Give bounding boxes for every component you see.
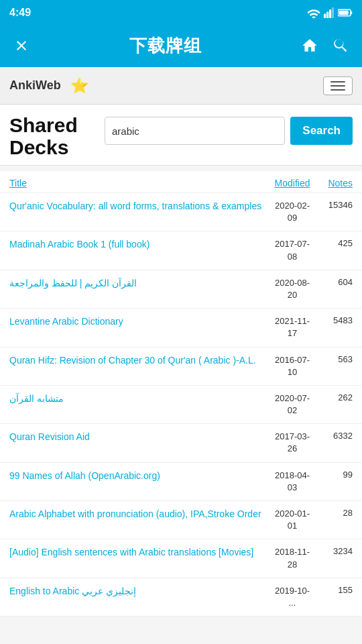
status-bar: 4:49 [0,0,362,24]
row-title-link[interactable]: [Audio] English sentences with Arabic tr… [9,546,268,559]
row-modified: 2016-07- 10 [268,354,316,378]
row-title-link[interactable]: Levantine Arabic Dictionary [9,315,268,329]
row-title-link[interactable]: Madinah Arabic Book 1 (full book) [9,238,268,252]
table-row: Qur'anic Vocabulary: all word forms, tra… [0,193,362,231]
row-title-link[interactable]: 99 Names of Allah (OpenArabic.org) [9,470,268,483]
table-row: English to Arabic إنجليزي عربي2019-10- .… [0,578,362,616]
table-rows: Qur'anic Vocabulary: all word forms, tra… [0,193,362,616]
row-title-link[interactable]: Arabic Alphabet with pronunciation (audi… [9,508,268,521]
app-bar: 下载牌组 [0,24,362,67]
row-title-link[interactable]: Quran Revision Aid [9,431,268,444]
table-row: متشابه القرآن2020-07- 02262 [0,386,362,424]
row-notes: 604 [316,277,353,287]
svg-rect-5 [351,11,352,15]
close-button[interactable] [9,34,34,58]
row-modified: 2020-08- 20 [268,277,316,301]
col-header-notes[interactable]: Notes [316,178,353,189]
app-bar-title: 下载牌组 [40,34,291,58]
row-notes: 99 [316,470,353,480]
search-section: Shared Decks Search [0,105,362,166]
search-input[interactable] [105,117,285,145]
col-header-modified[interactable]: Modified [268,178,316,189]
wifi-icon [307,7,320,18]
row-modified: 2017-07- 08 [268,238,316,262]
table-row: Levantine Arabic Dictionary2021-11- 1754… [0,309,362,347]
col-header-title[interactable]: Title [9,178,268,189]
svg-rect-3 [332,7,334,18]
row-notes: 28 [316,508,353,518]
search-button[interactable] [328,34,353,58]
hamburger-line-3 [330,89,345,91]
ankiweb-logo: AnkiWeb [9,78,61,93]
row-modified: 2020-01- 01 [268,508,316,532]
row-modified: 2018-04- 03 [268,470,316,494]
table-row: [Audio] English sentences with Arabic tr… [0,539,362,578]
results-table: Title Modified Notes Qur'anic Vocabulary… [0,171,362,616]
row-notes: 262 [316,392,353,402]
row-title-link[interactable]: القرآن الكريم | للحفظ والمراجعة [9,277,268,290]
row-notes: 563 [316,354,353,364]
svg-rect-2 [329,9,331,18]
row-modified: 2021-11- 17 [268,315,316,339]
row-notes: 6332 [316,431,353,441]
table-header: Title Modified Notes [0,171,362,193]
row-modified: 2020-02- 09 [268,200,316,224]
table-row: Arabic Alphabet with pronunciation (audi… [0,501,362,539]
search-area: Search [105,114,353,145]
row-notes: 3234 [316,546,353,556]
row-notes: 155 [316,585,353,595]
status-icons [307,7,353,18]
table-row: 99 Names of Allah (OpenArabic.org)2018-0… [0,463,362,501]
svg-rect-1 [326,11,328,18]
row-modified: 2017-03- 26 [268,431,316,455]
hamburger-line-2 [330,85,345,87]
row-notes: 425 [316,238,353,248]
table-row: Quran Hifz: Revision of Chapter 30 of Qu… [0,347,362,386]
shared-decks-title: Shared Decks [9,114,97,158]
hamburger-line-1 [330,81,345,83]
battery-icon [338,8,353,17]
svg-rect-0 [324,14,326,18]
home-button[interactable] [298,34,322,58]
row-modified: 2020-07- 02 [268,392,316,417]
table-row: Quran Revision Aid2017-03- 266332 [0,424,362,462]
row-modified: 2018-11- 28 [268,546,316,570]
row-modified: 2019-10- ... [268,585,316,609]
row-notes: 15346 [316,200,353,210]
nav-bar: AnkiWeb ⭐ [0,67,362,105]
search-button-submit[interactable]: Search [290,117,353,145]
table-row: القرآن الكريم | للحفظ والمراجعة2020-08- … [0,270,362,309]
row-title-link[interactable]: متشابه القرآن [9,392,268,406]
svg-rect-6 [339,11,349,15]
table-row: Madinah Arabic Book 1 (full book)2017-07… [0,231,362,270]
menu-button[interactable] [323,76,353,95]
row-title-link[interactable]: Qur'anic Vocabulary: all word forms, tra… [9,200,268,213]
signal-icon [324,7,335,18]
row-title-link[interactable]: Quran Hifz: Revision of Chapter 30 of Qu… [9,354,268,368]
status-time: 4:49 [9,7,31,19]
row-notes: 5483 [316,315,353,325]
row-title-link[interactable]: English to Arabic إنجليزي عربي [9,585,268,598]
star-icon: ⭐ [70,77,88,95]
